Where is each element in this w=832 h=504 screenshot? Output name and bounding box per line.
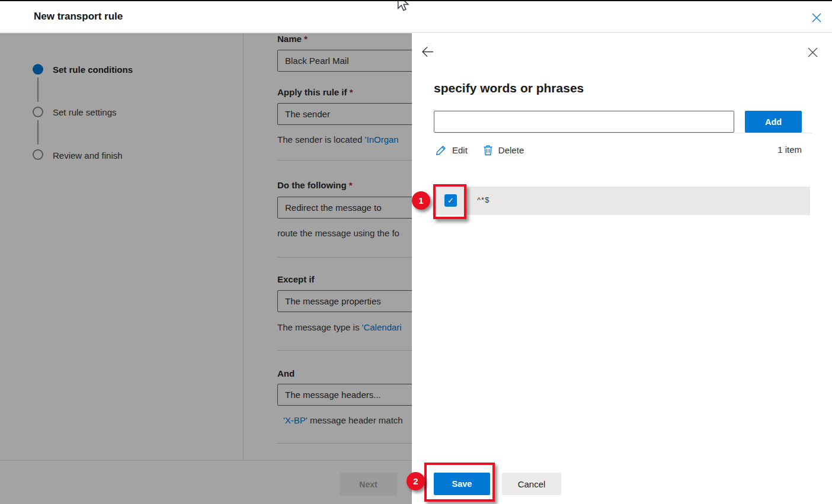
window-top-edge bbox=[0, 0, 832, 1]
cancel-button[interactable]: Cancel bbox=[502, 473, 561, 495]
list-toolbar: Edit Delete bbox=[436, 142, 524, 158]
phrase-list-item[interactable]: ✓ ^*$ bbox=[433, 187, 810, 215]
annotation-badge-1: 1 bbox=[412, 191, 430, 210]
back-button[interactable] bbox=[420, 44, 435, 59]
delete-button[interactable]: Delete bbox=[483, 145, 524, 156]
flyout-close-button[interactable] bbox=[806, 46, 819, 59]
phrase-text: ^*$ bbox=[477, 195, 489, 204]
back-arrow-icon bbox=[421, 45, 434, 59]
flyout-title: specify words or phrases bbox=[434, 81, 584, 95]
annotation-box-save bbox=[424, 463, 495, 502]
item-count: 1 item bbox=[777, 145, 802, 155]
phrase-input[interactable] bbox=[434, 111, 734, 133]
app-window: New transport rule Set rule conditions S… bbox=[0, 0, 832, 504]
annotation-badge-2: 2 bbox=[407, 472, 425, 490]
edit-button[interactable]: Edit bbox=[436, 145, 468, 156]
delete-label: Delete bbox=[498, 145, 524, 155]
edit-label: Edit bbox=[452, 145, 468, 155]
specify-words-flyout: specify words or phrases Add Edit bbox=[412, 33, 832, 504]
page-title: New transport rule bbox=[34, 11, 123, 23]
close-icon bbox=[807, 47, 818, 58]
delete-trash-icon bbox=[483, 145, 493, 156]
close-icon bbox=[811, 12, 822, 23]
input-row-divider bbox=[434, 133, 812, 133]
edit-pencil-icon bbox=[436, 145, 447, 156]
add-button[interactable]: Add bbox=[745, 111, 802, 133]
mouse-cursor-icon bbox=[396, 0, 411, 12]
dialog-close-button[interactable] bbox=[809, 11, 824, 25]
dialog-header: New transport rule bbox=[0, 1, 832, 33]
modal-dim-overlay bbox=[0, 33, 412, 504]
annotation-box-checkbox bbox=[433, 184, 466, 219]
